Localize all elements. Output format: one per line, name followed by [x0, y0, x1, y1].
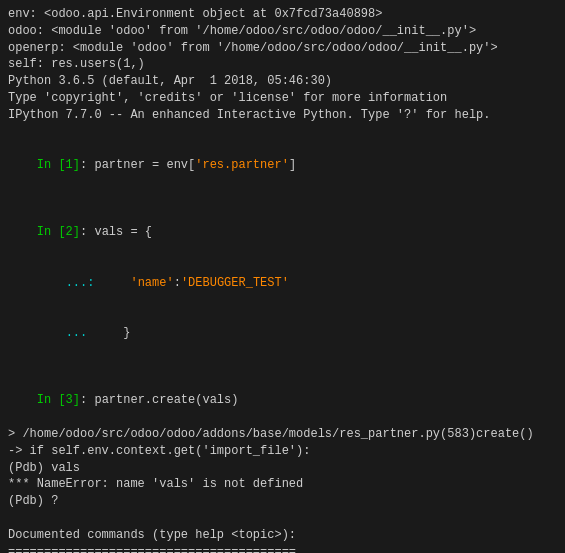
line-input2a: ...: 'name':'DEBUGGER_TEST'	[8, 258, 557, 308]
line-blank4	[8, 510, 557, 527]
string-res-partner: 'res.partner'	[195, 158, 289, 172]
line-blank2	[8, 191, 557, 208]
line-input2b: ... }	[8, 308, 557, 358]
line-input3: In [3]: partner.create(vals)	[8, 376, 557, 426]
line-ipython: IPython 7.7.0 -- An enhanced Interactive…	[8, 107, 557, 124]
line-trace1: > /home/odoo/src/odoo/odoo/addons/base/m…	[8, 426, 557, 443]
line-trace2: -> if self.env.context.get('import_file'…	[8, 443, 557, 460]
line-pdb2: (Pdb) ?	[8, 493, 557, 510]
line-input1: In [1]: partner = env['res.partner']	[8, 140, 557, 190]
separator1: ========================================	[8, 544, 557, 554]
line-nameerror: *** NameError: name 'vals' is not define…	[8, 476, 557, 493]
line-self: self: res.users(1,)	[8, 56, 557, 73]
line-openerp: openerp: <module 'odoo' from '/home/odoo…	[8, 40, 557, 57]
line-copyright: Type 'copyright', 'credits' or 'license'…	[8, 90, 557, 107]
line-input2: In [2]: vals = {	[8, 208, 557, 258]
line-pdb1: (Pdb) vals	[8, 460, 557, 477]
line-python-ver: Python 3.6.5 (default, Apr 1 2018, 05:46…	[8, 73, 557, 90]
prompt1: In [1]	[37, 158, 80, 172]
line-env: env: <odoo.api.Environment object at 0x7…	[8, 6, 557, 23]
line-odoo: odoo: <module 'odoo' from '/home/odoo/sr…	[8, 23, 557, 40]
line-blank1	[8, 124, 557, 141]
terminal: env: <odoo.api.Environment object at 0x7…	[0, 0, 565, 553]
line-blank3	[8, 359, 557, 376]
documented-commands-title: Documented commands (type help <topic>):	[8, 527, 557, 544]
